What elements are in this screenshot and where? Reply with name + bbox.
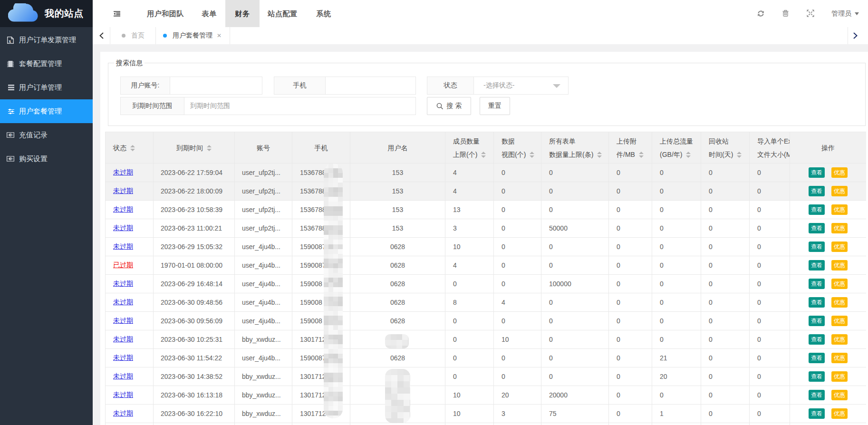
- svg-text:1: 1: [10, 157, 12, 160]
- svg-text:1: 1: [10, 133, 12, 136]
- svg-text:x: x: [9, 38, 11, 43]
